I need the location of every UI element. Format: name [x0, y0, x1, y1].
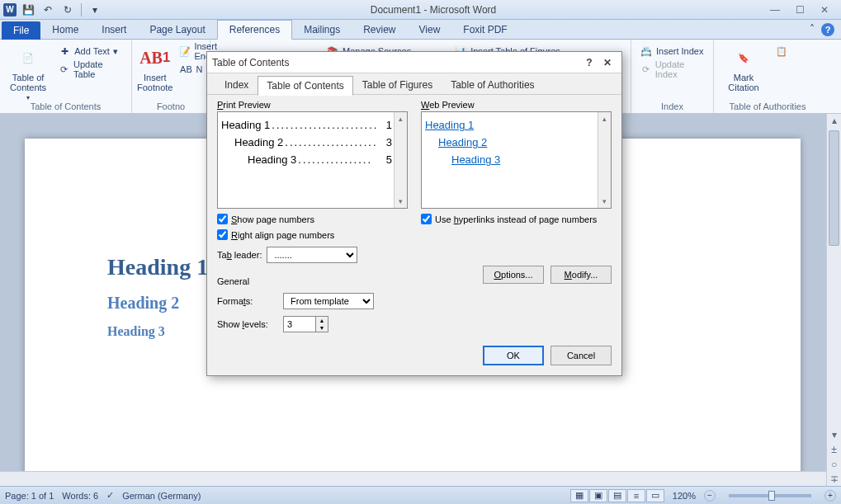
help-icon[interactable]: ?: [821, 23, 834, 36]
pv-scroll-up-icon[interactable]: ▴: [395, 112, 407, 125]
modify-button[interactable]: Modify...: [550, 266, 612, 284]
status-words[interactable]: Words: 6: [62, 491, 98, 501]
toa-icon: 📋: [775, 45, 788, 58]
vertical-scrollbar[interactable]: ▴ ▾ ± ○ ∓: [826, 114, 841, 486]
tab-mailings[interactable]: Mailings: [292, 21, 352, 39]
qat-customize-icon[interactable]: ▾: [87, 2, 103, 17]
tab-references[interactable]: References: [217, 20, 292, 40]
save-icon[interactable]: 💾: [20, 2, 36, 17]
mark-citation-button[interactable]: 🔖 Mark Citation: [719, 41, 768, 92]
insert-index-icon: 📇: [640, 45, 653, 58]
endnote-icon: 📝: [179, 45, 191, 58]
web-preview-link-3: Heading 3: [425, 153, 596, 166]
status-language[interactable]: German (Germany): [122, 491, 201, 501]
tab-page-layout[interactable]: Page Layout: [138, 21, 216, 39]
close-button[interactable]: ✕: [813, 2, 836, 17]
footnote-icon: AB1: [142, 45, 168, 71]
browse-object-icon[interactable]: ○: [827, 458, 841, 471]
zoom-slider[interactable]: [729, 494, 811, 497]
dialog-titlebar[interactable]: Table of Contents ? ✕: [207, 52, 621, 73]
status-page[interactable]: Page: 1 of 1: [5, 491, 54, 501]
show-levels-spinner[interactable]: ▲▼: [283, 316, 328, 332]
toc-icon: 📄: [15, 45, 41, 71]
cancel-button[interactable]: Cancel: [550, 346, 612, 365]
web-preview-link-1: Heading 1: [425, 119, 596, 131]
dialog-close-icon[interactable]: ✕: [598, 55, 617, 70]
toc-dialog: Table of Contents ? ✕ Index Table of Con…: [206, 51, 622, 376]
title-bar: W 💾 ↶ ↻ ▾ Document1 - Microsoft Word — ☐…: [0, 0, 841, 20]
minimize-button[interactable]: —: [763, 2, 787, 17]
print-preview-box: Heading 1.......................1 Headin…: [217, 111, 408, 209]
insert-index-button[interactable]: 📇Insert Index: [636, 43, 708, 59]
proofing-icon[interactable]: ✓: [106, 490, 114, 501]
right-align-checkbox[interactable]: Right align page numbers: [217, 229, 408, 240]
horizontal-scrollbar[interactable]: [0, 471, 826, 486]
view-buttons: ▦ ▣ ▤ ≡ ▭: [570, 489, 664, 502]
scroll-thumb[interactable]: [829, 130, 839, 246]
view-outline-icon[interactable]: ≡: [627, 489, 645, 502]
update-icon: ⟳: [58, 63, 70, 76]
tab-leader-select[interactable]: .......: [267, 247, 357, 263]
tab-insert[interactable]: Insert: [90, 21, 138, 39]
dtab-tof[interactable]: Table of Figures: [353, 75, 442, 95]
show-page-numbers-checkbox[interactable]: Show page numbers: [217, 214, 408, 224]
redo-icon[interactable]: ↻: [59, 2, 76, 17]
print-preview-label: Print Preview: [217, 100, 408, 110]
update-table-button[interactable]: ⟳Update Table: [54, 61, 126, 78]
options-button[interactable]: Options...: [483, 266, 544, 284]
zoom-out-button[interactable]: −: [704, 490, 716, 502]
tab-foxit-pdf[interactable]: Foxit PDF: [451, 21, 518, 39]
undo-icon[interactable]: ↶: [40, 2, 56, 17]
dialog-title: Table of Contents: [212, 57, 289, 68]
dialog-tabs: Index Table of Contents Table of Figures…: [207, 73, 621, 95]
insert-toa-button[interactable]: 📋: [772, 43, 791, 59]
formats-select[interactable]: From template: [283, 293, 374, 309]
dtab-toa[interactable]: Table of Authorities: [442, 75, 543, 95]
view-print-layout-icon[interactable]: ▦: [570, 489, 588, 502]
view-full-screen-icon[interactable]: ▣: [589, 489, 607, 502]
web-preview-link-2: Heading 2: [425, 136, 596, 148]
group-caption-index: Index: [636, 101, 708, 113]
dtab-toc[interactable]: Table of Contents: [257, 76, 352, 96]
use-hyperlinks-checkbox[interactable]: Use hyperlinks instead of page numbers: [421, 214, 612, 224]
group-caption-toc: Table of Contents: [5, 101, 126, 113]
update-index-button[interactable]: ⟳Update Index: [636, 61, 708, 78]
add-text-button[interactable]: ✚Add Text ▾: [54, 43, 126, 59]
table-of-contents-button[interactable]: 📄 Table of Contents ▾: [5, 41, 51, 101]
pv2-scroll-up-icon[interactable]: ▴: [598, 112, 611, 125]
tab-home[interactable]: Home: [40, 21, 90, 39]
quick-access-toolbar: W 💾 ↶ ↻ ▾: [0, 2, 103, 17]
spin-down-icon[interactable]: ▼: [316, 324, 328, 332]
tab-review[interactable]: Review: [352, 21, 407, 39]
add-text-icon: ✚: [58, 45, 71, 58]
pv-scroll-down-icon[interactable]: ▾: [395, 195, 407, 208]
group-caption-toa: Table of Authorities: [719, 101, 816, 113]
minimize-ribbon-icon[interactable]: ˄: [810, 23, 815, 36]
status-bar: Page: 1 of 1 Words: 6 ✓ German (Germany)…: [0, 486, 841, 504]
scroll-up-icon[interactable]: ▴: [827, 114, 841, 127]
insert-footnote-button[interactable]: AB1 Insert Footnote: [137, 41, 172, 92]
group-caption-footnotes: Footno: [137, 101, 205, 113]
update-index-icon: ⟳: [640, 63, 652, 76]
zoom-in-button[interactable]: +: [824, 490, 836, 502]
tab-file[interactable]: File: [2, 21, 40, 40]
browse-next-icon[interactable]: ∓: [827, 473, 841, 486]
ok-button[interactable]: OK: [483, 346, 544, 365]
pv2-scroll-down-icon[interactable]: ▾: [598, 195, 611, 208]
zoom-level[interactable]: 120%: [673, 491, 696, 501]
browse-prev-icon[interactable]: ±: [827, 443, 841, 456]
web-preview-label: Web Preview: [421, 100, 612, 110]
ribbon-tabs: File Home Insert Page Layout References …: [0, 20, 841, 40]
dialog-help-icon[interactable]: ?: [580, 55, 598, 70]
tab-leader-label: Tab leader:: [217, 250, 262, 260]
maximize-button[interactable]: ☐: [788, 2, 811, 17]
tab-view[interactable]: View: [408, 21, 452, 39]
show-levels-label: Show levels:: [217, 319, 278, 329]
view-draft-icon[interactable]: ▭: [646, 489, 664, 502]
dtab-index[interactable]: Index: [215, 75, 257, 95]
view-web-icon[interactable]: ▤: [608, 489, 626, 502]
scroll-down-icon[interactable]: ▾: [827, 428, 841, 441]
formats-label: Formats:: [217, 296, 278, 306]
general-label: General: [217, 276, 408, 286]
spin-up-icon[interactable]: ▲: [316, 317, 328, 324]
